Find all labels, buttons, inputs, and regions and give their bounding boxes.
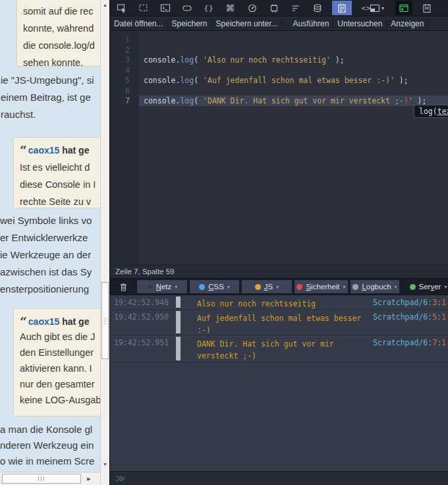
paragraph-line: o wie in meinem Scre [0,453,94,469]
filter-css-button[interactable]: CSS ▾ [190,280,239,293]
line-number: 1 [125,35,130,45]
logging-dot-icon [352,284,358,290]
blockquote-line: rechte Seite zu v [20,193,96,208]
blockquote-line: diese Console in I [20,176,96,193]
clear-console-button[interactable] [117,281,130,293]
source-link[interactable]: Scratchpad/6:5:1 [373,312,446,322]
vertical-scrollbar[interactable]: ▲ ▼ [100,0,109,485]
cursor-position: Zeile 7, Spalte 59 [115,268,175,275]
autocomplete-popup: log(tex [414,105,448,118]
editor-gutter: 1 2 3 4 5 6 7 [110,32,138,265]
filter-logging-button[interactable]: Logbuch ▾ [350,280,399,293]
scratchpad-icon[interactable] [332,1,352,15]
paragraph: ie "JS-Umgebung", si einem Beitrag, ist … [1,72,94,123]
chevron-down-icon: ▾ [276,284,279,290]
console-panel-icon[interactable] [158,1,173,15]
chevron-down-icon: ▾ [444,284,447,290]
inspector-icon[interactable] [115,1,129,15]
line-number: 5 [125,76,130,86]
code-editor[interactable]: 1 2 3 4 5 6 7 console.log( 'Also nur noc… [110,32,448,265]
filter-net-button[interactable]: Netz ▾ [137,280,187,293]
filter-server-button[interactable]: Server ▾ [402,280,448,293]
log-message: Also nur noch rechtsseitig [197,298,367,310]
blockquote-line: aktivieren kann. I [20,360,101,376]
code-line-7[interactable]: console.log( 'DANK Dir. Hat sich gut vor… [144,96,426,106]
profiler-gauge-icon[interactable] [245,1,260,15]
menu-display[interactable]: Anzeigen [387,17,428,30]
js-dot-icon [255,284,261,290]
line-number: 4 [125,66,130,76]
vscrollbar-thumb[interactable] [101,282,109,359]
dock-side-icon[interactable]: ▾ [366,1,388,15]
css-dot-icon [199,284,205,290]
blockquote-line: Ist es vielleicht d [20,159,96,176]
scroll-up-arrow-icon[interactable]: ▲ [101,1,109,10]
notes-icon[interactable] [420,1,434,15]
console-filterbar: Netz ▾ CSS ▾ JS ▾ Sicherheit ▾ Logbuch [110,279,448,295]
blockquote-line: die console.log/d [23,37,95,54]
network-icon[interactable] [289,1,303,15]
console-row: 19:42:52.951 DANK Dir. Hat sich gut vor … [110,335,448,362]
net-dot-icon [147,284,153,290]
quote-icon: “ [20,314,26,329]
code-line-5[interactable]: console.log( 'Auf jedenfall schon mal et… [144,76,408,86]
console-input-line[interactable]: ≫ [110,471,448,485]
browser-page: somit auf die rec konnte, während die co… [0,0,109,485]
chevron-down-icon: ▾ [227,284,230,290]
console-row: 19:42:52.948 Also nur noch rechtsseitig … [110,295,448,310]
blockquote-header-text: hat ge [59,316,89,327]
menu-run[interactable]: Ausführen [289,17,334,30]
security-dot-icon [296,284,302,290]
statusbar: Zeile 7, Spalte 59 [110,265,448,279]
paragraph-line: ie "JS-Umgebung", si [1,72,94,89]
console-row: 19:42:52.950 Auf jedenfall schon mal etw… [110,310,448,335]
storage-icon[interactable] [310,1,325,15]
screenshot-root: somit auf die rec konnte, während die co… [0,0,448,485]
blockquote-line: konnte, während [23,20,95,37]
author-link[interactable]: caox15 [28,145,59,156]
menu-inspect[interactable]: Untersuchen [333,17,387,30]
menu-save-as[interactable]: Speichern unter... [212,17,283,30]
timestamp: 19:42:52.950 [114,312,169,322]
devtools-panel: {} [109,0,448,485]
performance-grid-icon[interactable] [223,1,238,15]
scroll-right-arrow-icon[interactable]: ▶ [79,474,99,484]
select-element-icon[interactable] [136,1,151,15]
blockquote-line: keine LOG-Ausgab [20,392,101,408]
log-message: Auf jedenfall schon mal etwas besser :-) [197,312,367,336]
filter-js-button[interactable]: JS ▾ [242,280,292,293]
debugger-braces-icon[interactable]: {} [202,1,216,15]
source-link[interactable]: Scratchpad/6:3:1 [373,298,446,307]
split-console-icon[interactable] [395,1,412,15]
paragraph-line: einem Beitrag, ist ge [1,89,94,106]
line-number: 7 [125,96,130,106]
log-message: DANK Dir. Hat sich gut vor mir versteckt… [197,338,367,362]
quote-icon: “ [20,143,26,157]
memory-chip-icon[interactable] [267,1,281,15]
author-link[interactable]: caox15 [28,316,59,327]
paragraph-line: ensterpositionierung [0,281,92,298]
source-link[interactable]: Scratchpad/6:7:1 [373,338,446,347]
scroll-down-arrow-icon[interactable]: ▼ [101,460,109,469]
menu-open-file[interactable]: Datei öffnen... [110,17,168,30]
console-output: 19:42:52.948 Also nur noch rechtsseitig … [110,295,448,471]
scratchpad-menubar: Datei öffnen... Speichern Speichern unte… [110,17,448,31]
chevron-down-icon: ▾ [381,5,384,11]
blockquote-line: sehen konnte. [23,54,95,67]
hscrollbar-thumb[interactable] [2,474,81,484]
timestamp: 19:42:52.951 [114,338,169,347]
chevron-down-icon: ▾ [395,284,397,290]
style-editor-icon[interactable] [180,1,194,15]
server-dot-icon [410,284,416,290]
filter-security-button[interactable]: Sicherheit ▾ [294,280,348,293]
code-line-3[interactable]: console.log( 'Also nur noch rechtsseitig… [144,55,345,65]
menu-save[interactable]: Speichern [168,17,212,30]
message-indent-bar [176,311,181,333]
line-number: 2 [125,45,130,55]
blockquote-line: somit auf die rec [23,3,95,20]
paragraph-line: azwischen ist das Sy [0,264,92,281]
horizontal-scrollbar[interactable]: ▶ [0,472,100,485]
blockquote: “ caox15 hat ge Auch gibt es die J den E… [13,308,101,416]
line-number: 6 [125,86,130,96]
blockquote-line: nur den gesamter [20,376,101,392]
